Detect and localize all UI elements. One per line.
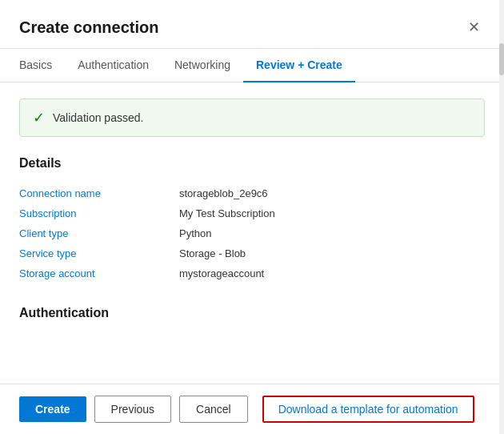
details-table: Connection name storageblob_2e9c6 Subscr… (19, 183, 485, 283)
dialog-footer: Create Previous Cancel Download a templa… (0, 384, 504, 434)
label-service-type: Service type (19, 247, 179, 259)
value-client-type: Python (179, 227, 211, 239)
table-row: Client type Python (19, 223, 485, 243)
previous-button[interactable]: Previous (94, 396, 171, 423)
validation-banner: ✓ Validation passed. (19, 98, 485, 137)
value-connection-name: storageblob_2e9c6 (179, 187, 268, 199)
scrollbar-thumb[interactable] (499, 43, 504, 75)
value-subscription: My Test Subscription (179, 207, 275, 219)
create-button[interactable]: Create (19, 396, 86, 422)
label-storage-account: Storage account (19, 267, 179, 279)
auth-section-title: Authentication (19, 306, 485, 320)
label-subscription: Subscription (19, 207, 179, 219)
scrollbar-track (499, 0, 504, 434)
tab-authentication[interactable]: Authentication (65, 49, 162, 82)
tab-networking[interactable]: Networking (162, 49, 243, 82)
close-button[interactable]: ✕ (462, 16, 485, 38)
label-connection-name: Connection name (19, 187, 179, 199)
label-client-type: Client type (19, 227, 179, 239)
table-row: Connection name storageblob_2e9c6 (19, 183, 485, 203)
cancel-button[interactable]: Cancel (179, 396, 248, 423)
tab-basics[interactable]: Basics (19, 49, 65, 82)
check-icon: ✓ (33, 109, 45, 127)
dialog-header: Create connection ✕ (0, 0, 504, 49)
validation-text: Validation passed. (53, 111, 143, 124)
details-section-title: Details (19, 156, 485, 171)
dialog-title: Create connection (19, 18, 158, 37)
table-row: Storage account mystorageaccount (19, 263, 485, 283)
dialog-content: ✓ Validation passed. Details Connection … (0, 82, 504, 384)
value-service-type: Storage - Blob (179, 247, 246, 259)
tab-bar: Basics Authentication Networking Review … (0, 49, 504, 82)
tab-review-create[interactable]: Review + Create (243, 49, 355, 82)
table-row: Service type Storage - Blob (19, 243, 485, 263)
table-row: Subscription My Test Subscription (19, 203, 485, 223)
create-connection-dialog: Create connection ✕ Basics Authenticatio… (0, 0, 504, 434)
value-storage-account: mystorageaccount (179, 267, 264, 279)
download-template-button[interactable]: Download a template for automation (262, 396, 474, 423)
